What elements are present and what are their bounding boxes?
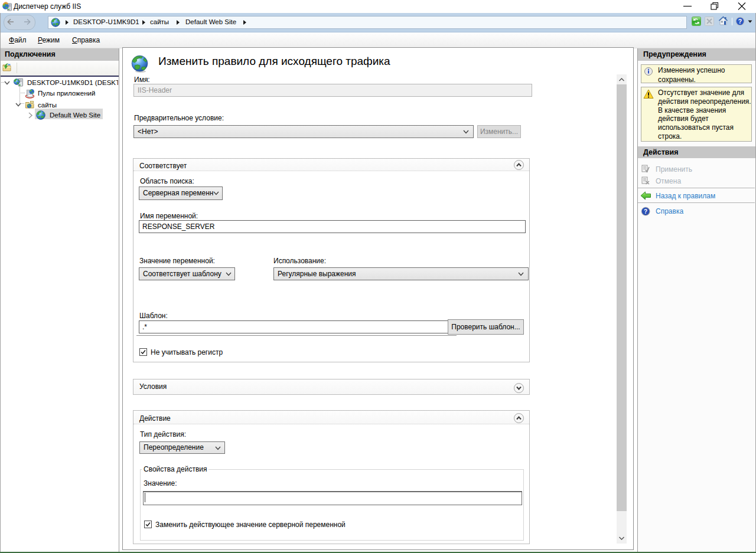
svg-text:?: ?: [738, 18, 742, 25]
svg-text:?: ?: [644, 208, 647, 215]
